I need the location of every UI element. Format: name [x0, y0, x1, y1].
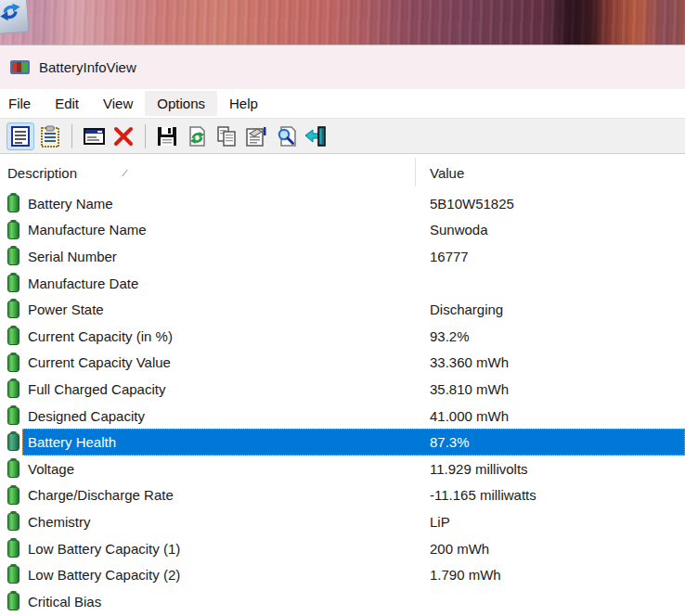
row-description: Manufacture Date [28, 276, 138, 291]
table-row[interactable]: Full Charged Capacity 35.810 mWh [0, 376, 685, 403]
row-value: 35.810 mWh [430, 381, 509, 397]
menu-item-view[interactable]: View [91, 91, 145, 116]
save-icon [156, 125, 178, 148]
battery-icon [7, 487, 19, 505]
column-divider[interactable] [415, 158, 416, 186]
toolbar-separator [145, 124, 146, 148]
battery-icon [7, 513, 19, 531]
battery-icon [7, 407, 19, 425]
table-row[interactable]: Serial Number 16777 [0, 243, 685, 270]
table-row[interactable]: Chemistry LiP [0, 508, 685, 535]
row-description: Current Capacity Value [28, 354, 171, 370]
table-row[interactable]: Charge/Discharge Rate -11.165 milliwatts [0, 482, 685, 509]
battery-icon [7, 327, 19, 345]
row-description: Critical Bias [28, 594, 101, 610]
row-description: Chemistry [28, 514, 91, 530]
rows-container: Battery Name 5B10W51825 Manufacture Name… [0, 190, 685, 616]
battery-icon [7, 460, 19, 478]
row-value: 33.360 mWh [430, 354, 509, 370]
row-value: 87.3% [430, 434, 470, 450]
title-bar[interactable]: BatteryInfoView [0, 45, 685, 89]
table-row[interactable]: Current Capacity (in %) 93.2% [0, 323, 685, 350]
copy-icon [215, 125, 238, 148]
battery-icon [7, 248, 19, 265]
table-row[interactable]: Designed Capacity 41.000 mWh [0, 403, 685, 430]
clipboard-icon [39, 125, 61, 148]
row-value: 1.790 mWh [430, 567, 501, 583]
clipboard-view-button[interactable] [36, 122, 64, 150]
battery-app-icon [10, 60, 30, 74]
row-value: Discharging [430, 302, 503, 317]
find-button[interactable] [272, 122, 300, 150]
row-value: 5B10W51825 [430, 196, 514, 212]
row-description: Serial Number [28, 249, 117, 264]
battery-icon [7, 433, 19, 451]
menu-item-help[interactable]: Help [217, 91, 270, 116]
row-value: 16777 [430, 249, 469, 264]
battery-icon [7, 195, 19, 212]
battery-icon [7, 540, 19, 558]
row-description: Manufacture Name [28, 222, 147, 237]
desktop-wallpaper [0, 0, 685, 45]
table-row[interactable]: Critical Bias [0, 588, 685, 615]
row-description: Full Charged Capacity [28, 381, 165, 397]
row-value: LiP [430, 514, 450, 530]
exit-icon [304, 125, 328, 148]
properties-icon [244, 125, 268, 148]
report-view-icon [9, 125, 32, 148]
battery-icon [7, 593, 19, 610]
battery-info-list: Description Value Battery Name 5B10W5182… [0, 155, 685, 616]
row-description: Voltage [28, 461, 74, 477]
refresh-icon [186, 125, 208, 148]
find-icon [275, 125, 298, 148]
battery-icon [7, 354, 19, 372]
list-header: Description Value [0, 155, 685, 190]
table-row[interactable]: Current Capacity Value 33.360 mWh [0, 350, 685, 377]
menu-item-options[interactable]: Options [145, 91, 217, 116]
row-value: Sunwoda [430, 222, 488, 237]
row-description: Charge/Discharge Rate [28, 487, 174, 503]
row-value: 200 mWh [430, 541, 489, 557]
table-row[interactable]: Voltage 11.929 millivolts [0, 456, 685, 482]
row-value: 11.929 millivolts [430, 461, 528, 477]
toolbar [0, 118, 685, 154]
table-row[interactable]: Low Battery Capacity (2) 1.790 mWh [0, 561, 685, 588]
table-row[interactable]: Low Battery Capacity (1) 200 mWh [0, 535, 685, 562]
table-row[interactable]: Power State Discharging [0, 296, 685, 323]
advanced-options-button[interactable] [80, 122, 108, 150]
sort-ascending-icon [122, 170, 127, 177]
options-window-icon [83, 125, 106, 148]
exit-button[interactable] [302, 122, 330, 150]
menu-item-file[interactable]: File [0, 91, 43, 116]
properties-button[interactable] [242, 122, 270, 150]
recycle-bin-icon[interactable] [0, 0, 30, 34]
refresh-button[interactable] [183, 122, 211, 150]
table-row[interactable]: Battery Name 5B10W51825 [0, 190, 685, 217]
column-header-description[interactable]: Description [7, 165, 77, 181]
battery-icon [7, 380, 19, 398]
table-row[interactable]: Battery Health 87.3% [0, 429, 685, 456]
battery-icon [7, 222, 19, 239]
table-row[interactable]: Manufacture Date [0, 270, 685, 297]
battery-icon [7, 566, 19, 584]
battery-icon [7, 301, 19, 318]
delete-x-icon [112, 125, 135, 148]
batteryinfoview-window: BatteryInfoView FileEditViewOptionsHelp [0, 45, 685, 616]
window-title: BatteryInfoView [39, 59, 136, 75]
report-view-button[interactable] [6, 122, 34, 150]
row-description: Battery Name [28, 196, 113, 212]
row-description: Current Capacity (in %) [28, 328, 173, 344]
table-row[interactable]: Manufacture Name Sunwoda [0, 217, 685, 244]
row-description: Battery Health [28, 434, 116, 450]
menu-item-edit[interactable]: Edit [43, 91, 91, 116]
row-value: 41.000 mWh [430, 408, 509, 424]
copy-button[interactable] [213, 122, 240, 150]
column-header-value[interactable]: Value [430, 165, 464, 181]
row-description: Low Battery Capacity (2) [28, 567, 180, 583]
row-value: 93.2% [430, 328, 470, 344]
save-button[interactable] [153, 122, 181, 150]
row-description: Designed Capacity [28, 408, 145, 424]
row-description: Low Battery Capacity (1) [28, 541, 180, 557]
delete-button[interactable] [110, 122, 137, 150]
battery-icon [7, 275, 19, 292]
